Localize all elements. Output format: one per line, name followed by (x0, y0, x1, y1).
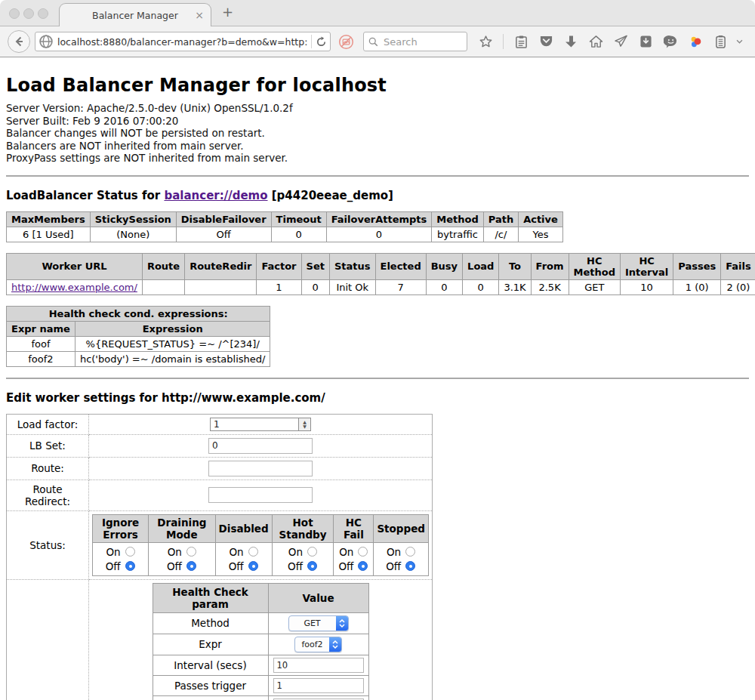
radio-off-selected[interactable] (186, 561, 196, 571)
hc-method-select[interactable]: GET (288, 615, 349, 631)
route-redirect-label: Route Redirect: (7, 480, 89, 510)
table-cell: GET (569, 279, 620, 294)
new-tab-button[interactable]: + (222, 4, 233, 20)
search-input[interactable] (382, 35, 462, 48)
browser-window: Balancer Manager × + localhost:8880/bala… (0, 0, 755, 700)
route-redirect-input[interactable] (208, 487, 313, 503)
search-bar[interactable] (363, 32, 467, 51)
on-label: On (338, 546, 353, 558)
hc-method-value: GET (289, 616, 336, 631)
radio-on-unselected[interactable] (358, 547, 368, 557)
images-blocked-icon[interactable] (338, 34, 354, 50)
radio-on-unselected[interactable] (186, 547, 196, 557)
table-cell: 2 (0) (721, 279, 755, 294)
navigation-toolbar: localhost:8880/balancer-manager?b=demo&w… (0, 26, 755, 57)
table-cell (185, 279, 257, 294)
server-info-line: Balancer changes will NOT be persisted o… (6, 127, 749, 140)
table-row: http://www.example.com/ 1 0 Init Ok 7 0 … (7, 279, 755, 294)
off-label: Off (338, 560, 353, 572)
table-cell: %{REQUEST_STATUS} =~ /^[234]/ (75, 336, 270, 351)
window-close-button[interactable] (9, 8, 20, 19)
edit-worker-heading: Edit worker settings for http://www.exam… (6, 391, 749, 405)
table-header-cell: Timeout (271, 211, 326, 227)
off-label: Off (386, 560, 401, 572)
pocket-icon[interactable] (538, 34, 553, 49)
lb-status-heading-suffix: [p4420eeae_demo] (268, 189, 393, 202)
load-factor-field[interactable]: ▲▼ (210, 418, 311, 431)
table-header-cell: Worker URL (7, 253, 143, 279)
hc-passes-input[interactable] (273, 678, 364, 693)
radio-on-unselected[interactable] (125, 547, 135, 557)
table-cell: 0 (463, 279, 499, 294)
table-cell: 7 (375, 279, 426, 294)
radio-on-unselected[interactable] (248, 547, 258, 557)
table-cell: bytraffic (432, 227, 483, 242)
hc-interval-input[interactable] (273, 658, 364, 673)
tab-close-icon[interactable]: × (195, 8, 204, 22)
back-button[interactable] (8, 30, 30, 53)
number-stepper-icon[interactable]: ▲▼ (298, 418, 310, 430)
radio-off-selected[interactable] (248, 561, 258, 571)
url-bar[interactable]: localhost:8880/balancer-manager?b=demo&w… (35, 32, 331, 51)
on-label: On (106, 546, 121, 558)
radio-off-selected[interactable] (307, 561, 317, 571)
chevron-down-icon[interactable] (732, 34, 747, 49)
tab-title: Balancer Manager (92, 10, 178, 21)
send-tab-icon[interactable] (613, 34, 628, 49)
server-info-line: Server Built: Feb 9 2016 07:00:20 (6, 115, 749, 128)
form-row: Status: Ignore Errors Draining Mode Disa… (7, 510, 433, 579)
table-cell: 3.1K (499, 279, 531, 294)
toolbar-divider (503, 34, 504, 49)
bookmark-star-icon[interactable] (478, 34, 493, 49)
route-input[interactable] (208, 461, 313, 476)
reload-icon[interactable] (316, 36, 327, 48)
table-cell: foof2 (7, 351, 76, 366)
radio-on-unselected[interactable] (307, 547, 317, 557)
home-icon[interactable] (588, 34, 603, 49)
balancer-status-table: MaxMembers StickySession DisableFailover… (6, 211, 563, 242)
table-cell: 2.5K (531, 279, 569, 294)
table-header-cell: Factor (257, 253, 301, 279)
toolbar-icons (478, 34, 755, 49)
container-icon[interactable] (713, 34, 728, 49)
table-header-cell: RouteRedir (185, 253, 257, 279)
table-row: 6 [1 Used] (None) Off 0 0 bytraffic /c/ … (7, 227, 563, 242)
radio-off-selected[interactable] (358, 561, 368, 571)
table-row: foof %{REQUEST_STATUS} =~ /^[234]/ (7, 336, 270, 351)
table-cell: 0 (326, 227, 432, 242)
radio-off-selected[interactable] (125, 561, 135, 571)
hc-expr-select[interactable]: foof2 (294, 637, 341, 652)
balancer-demo-link[interactable]: balancer://demo (164, 189, 267, 202)
radio-off-selected[interactable] (405, 561, 415, 571)
on-label: On (288, 546, 303, 558)
worker-url-link[interactable]: http://www.example.com/ (11, 282, 137, 293)
colored-dots-extension-icon[interactable] (688, 34, 703, 49)
window-zoom-button[interactable] (38, 8, 48, 19)
worker-url-cell: http://www.example.com/ (7, 279, 143, 294)
lb-set-input[interactable] (208, 438, 313, 454)
radio-on-unselected[interactable] (405, 547, 415, 557)
tab-balancer-manager[interactable]: Balancer Manager × (59, 3, 211, 27)
status-option-hot-standby: On Off (272, 542, 334, 575)
url-divider (311, 35, 312, 48)
table-header-cell: From (531, 253, 569, 279)
save-to-device-icon[interactable] (638, 34, 653, 49)
site-identity-globe-icon[interactable] (39, 34, 54, 49)
downloads-icon[interactable] (563, 34, 578, 49)
table-header-cell: Method (432, 211, 483, 227)
table-header-cell: DisableFailover (176, 211, 271, 227)
load-factor-input[interactable] (211, 418, 298, 430)
off-label: Off (106, 560, 121, 572)
table-header-cell: Health Check param (153, 583, 268, 612)
hc-expr-value: foof2 (295, 637, 328, 652)
reading-list-icon[interactable] (513, 34, 528, 49)
table-cell: /c/ (483, 227, 518, 242)
form-row: LB Set: (7, 434, 433, 457)
table-cell: (None) (90, 227, 176, 242)
table-row: foof2 hc('body') =~ /domain is establish… (7, 351, 270, 366)
select-arrows-icon (329, 637, 341, 652)
feedback-smiley-icon[interactable] (663, 34, 678, 49)
window-minimize-button[interactable] (23, 8, 34, 19)
table-header-cell: Set (301, 253, 329, 279)
url-input[interactable]: localhost:8880/balancer-manager?b=demo&w… (57, 36, 307, 48)
